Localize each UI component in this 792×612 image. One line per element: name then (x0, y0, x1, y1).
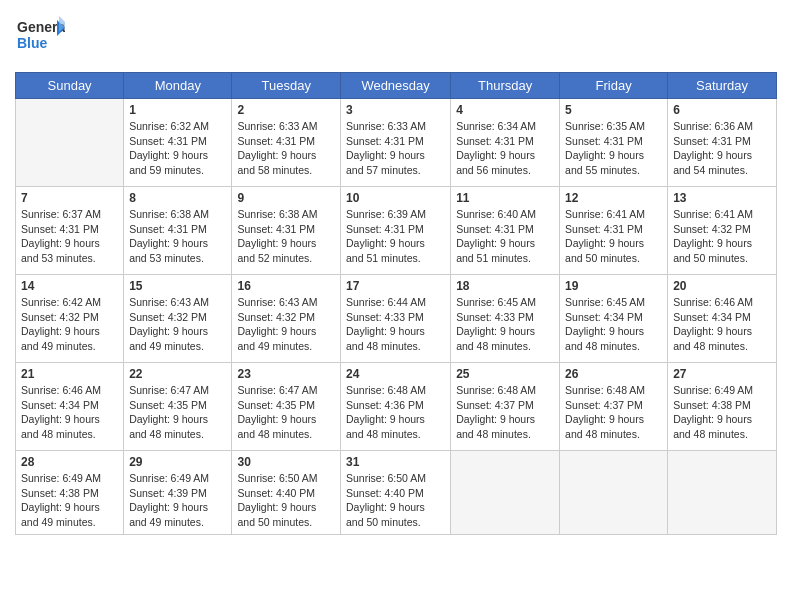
day-number: 13 (673, 191, 771, 205)
day-info: Sunrise: 6:47 AM Sunset: 4:35 PM Dayligh… (237, 383, 335, 442)
calendar-cell: 22Sunrise: 6:47 AM Sunset: 4:35 PM Dayli… (124, 363, 232, 451)
calendar-header-thursday: Thursday (451, 73, 560, 99)
day-number: 31 (346, 455, 445, 469)
day-number: 5 (565, 103, 662, 117)
calendar-cell: 18Sunrise: 6:45 AM Sunset: 4:33 PM Dayli… (451, 275, 560, 363)
day-info: Sunrise: 6:38 AM Sunset: 4:31 PM Dayligh… (237, 207, 335, 266)
calendar-week-4: 28Sunrise: 6:49 AM Sunset: 4:38 PM Dayli… (16, 451, 777, 535)
day-info: Sunrise: 6:42 AM Sunset: 4:32 PM Dayligh… (21, 295, 118, 354)
day-number: 12 (565, 191, 662, 205)
calendar-cell: 4Sunrise: 6:34 AM Sunset: 4:31 PM Daylig… (451, 99, 560, 187)
day-number: 8 (129, 191, 226, 205)
calendar-cell: 30Sunrise: 6:50 AM Sunset: 4:40 PM Dayli… (232, 451, 341, 535)
calendar-cell: 25Sunrise: 6:48 AM Sunset: 4:37 PM Dayli… (451, 363, 560, 451)
day-info: Sunrise: 6:49 AM Sunset: 4:39 PM Dayligh… (129, 471, 226, 530)
calendar-cell (560, 451, 668, 535)
day-number: 3 (346, 103, 445, 117)
day-number: 10 (346, 191, 445, 205)
day-number: 28 (21, 455, 118, 469)
calendar-cell: 8Sunrise: 6:38 AM Sunset: 4:31 PM Daylig… (124, 187, 232, 275)
calendar-cell: 20Sunrise: 6:46 AM Sunset: 4:34 PM Dayli… (668, 275, 777, 363)
day-info: Sunrise: 6:44 AM Sunset: 4:33 PM Dayligh… (346, 295, 445, 354)
svg-text:Blue: Blue (17, 35, 48, 51)
day-info: Sunrise: 6:32 AM Sunset: 4:31 PM Dayligh… (129, 119, 226, 178)
day-number: 24 (346, 367, 445, 381)
day-info: Sunrise: 6:34 AM Sunset: 4:31 PM Dayligh… (456, 119, 554, 178)
calendar-week-2: 14Sunrise: 6:42 AM Sunset: 4:32 PM Dayli… (16, 275, 777, 363)
calendar-cell (16, 99, 124, 187)
calendar-cell: 28Sunrise: 6:49 AM Sunset: 4:38 PM Dayli… (16, 451, 124, 535)
calendar-cell: 5Sunrise: 6:35 AM Sunset: 4:31 PM Daylig… (560, 99, 668, 187)
day-info: Sunrise: 6:48 AM Sunset: 4:37 PM Dayligh… (456, 383, 554, 442)
calendar-cell: 12Sunrise: 6:41 AM Sunset: 4:31 PM Dayli… (560, 187, 668, 275)
calendar-cell (668, 451, 777, 535)
day-number: 6 (673, 103, 771, 117)
calendar-cell: 6Sunrise: 6:36 AM Sunset: 4:31 PM Daylig… (668, 99, 777, 187)
day-number: 1 (129, 103, 226, 117)
day-number: 7 (21, 191, 118, 205)
logo-icon: General Blue (15, 10, 65, 64)
day-number: 14 (21, 279, 118, 293)
day-number: 23 (237, 367, 335, 381)
day-info: Sunrise: 6:37 AM Sunset: 4:31 PM Dayligh… (21, 207, 118, 266)
calendar-cell: 24Sunrise: 6:48 AM Sunset: 4:36 PM Dayli… (341, 363, 451, 451)
calendar-cell: 3Sunrise: 6:33 AM Sunset: 4:31 PM Daylig… (341, 99, 451, 187)
calendar-header-friday: Friday (560, 73, 668, 99)
day-info: Sunrise: 6:38 AM Sunset: 4:31 PM Dayligh… (129, 207, 226, 266)
day-info: Sunrise: 6:46 AM Sunset: 4:34 PM Dayligh… (21, 383, 118, 442)
day-info: Sunrise: 6:45 AM Sunset: 4:33 PM Dayligh… (456, 295, 554, 354)
calendar-cell: 9Sunrise: 6:38 AM Sunset: 4:31 PM Daylig… (232, 187, 341, 275)
calendar-cell: 10Sunrise: 6:39 AM Sunset: 4:31 PM Dayli… (341, 187, 451, 275)
day-number: 11 (456, 191, 554, 205)
day-number: 15 (129, 279, 226, 293)
day-number: 19 (565, 279, 662, 293)
calendar-header-row: SundayMondayTuesdayWednesdayThursdayFrid… (16, 73, 777, 99)
day-number: 20 (673, 279, 771, 293)
day-number: 17 (346, 279, 445, 293)
day-info: Sunrise: 6:39 AM Sunset: 4:31 PM Dayligh… (346, 207, 445, 266)
day-info: Sunrise: 6:47 AM Sunset: 4:35 PM Dayligh… (129, 383, 226, 442)
day-number: 2 (237, 103, 335, 117)
calendar-cell: 31Sunrise: 6:50 AM Sunset: 4:40 PM Dayli… (341, 451, 451, 535)
day-number: 16 (237, 279, 335, 293)
day-number: 4 (456, 103, 554, 117)
day-number: 18 (456, 279, 554, 293)
day-number: 22 (129, 367, 226, 381)
day-info: Sunrise: 6:41 AM Sunset: 4:32 PM Dayligh… (673, 207, 771, 266)
day-number: 29 (129, 455, 226, 469)
calendar-cell: 2Sunrise: 6:33 AM Sunset: 4:31 PM Daylig… (232, 99, 341, 187)
day-number: 25 (456, 367, 554, 381)
calendar-cell: 29Sunrise: 6:49 AM Sunset: 4:39 PM Dayli… (124, 451, 232, 535)
day-info: Sunrise: 6:33 AM Sunset: 4:31 PM Dayligh… (346, 119, 445, 178)
day-number: 27 (673, 367, 771, 381)
day-info: Sunrise: 6:36 AM Sunset: 4:31 PM Dayligh… (673, 119, 771, 178)
calendar-cell: 17Sunrise: 6:44 AM Sunset: 4:33 PM Dayli… (341, 275, 451, 363)
header: General Blue (15, 10, 777, 64)
day-info: Sunrise: 6:43 AM Sunset: 4:32 PM Dayligh… (237, 295, 335, 354)
calendar-week-1: 7Sunrise: 6:37 AM Sunset: 4:31 PM Daylig… (16, 187, 777, 275)
calendar-cell: 15Sunrise: 6:43 AM Sunset: 4:32 PM Dayli… (124, 275, 232, 363)
calendar-week-3: 21Sunrise: 6:46 AM Sunset: 4:34 PM Dayli… (16, 363, 777, 451)
calendar-cell: 23Sunrise: 6:47 AM Sunset: 4:35 PM Dayli… (232, 363, 341, 451)
calendar-header-monday: Monday (124, 73, 232, 99)
calendar-header-sunday: Sunday (16, 73, 124, 99)
day-info: Sunrise: 6:40 AM Sunset: 4:31 PM Dayligh… (456, 207, 554, 266)
day-info: Sunrise: 6:48 AM Sunset: 4:37 PM Dayligh… (565, 383, 662, 442)
calendar-cell: 19Sunrise: 6:45 AM Sunset: 4:34 PM Dayli… (560, 275, 668, 363)
day-number: 21 (21, 367, 118, 381)
page-container: General Blue SundayMondayTuesdayWednesda… (0, 0, 792, 545)
day-number: 9 (237, 191, 335, 205)
day-info: Sunrise: 6:35 AM Sunset: 4:31 PM Dayligh… (565, 119, 662, 178)
day-info: Sunrise: 6:45 AM Sunset: 4:34 PM Dayligh… (565, 295, 662, 354)
day-info: Sunrise: 6:41 AM Sunset: 4:31 PM Dayligh… (565, 207, 662, 266)
day-info: Sunrise: 6:50 AM Sunset: 4:40 PM Dayligh… (346, 471, 445, 530)
calendar-cell (451, 451, 560, 535)
calendar-cell: 14Sunrise: 6:42 AM Sunset: 4:32 PM Dayli… (16, 275, 124, 363)
calendar-cell: 21Sunrise: 6:46 AM Sunset: 4:34 PM Dayli… (16, 363, 124, 451)
calendar-header-tuesday: Tuesday (232, 73, 341, 99)
calendar-cell: 1Sunrise: 6:32 AM Sunset: 4:31 PM Daylig… (124, 99, 232, 187)
day-info: Sunrise: 6:33 AM Sunset: 4:31 PM Dayligh… (237, 119, 335, 178)
logo: General Blue (15, 10, 65, 64)
day-info: Sunrise: 6:46 AM Sunset: 4:34 PM Dayligh… (673, 295, 771, 354)
calendar-cell: 13Sunrise: 6:41 AM Sunset: 4:32 PM Dayli… (668, 187, 777, 275)
